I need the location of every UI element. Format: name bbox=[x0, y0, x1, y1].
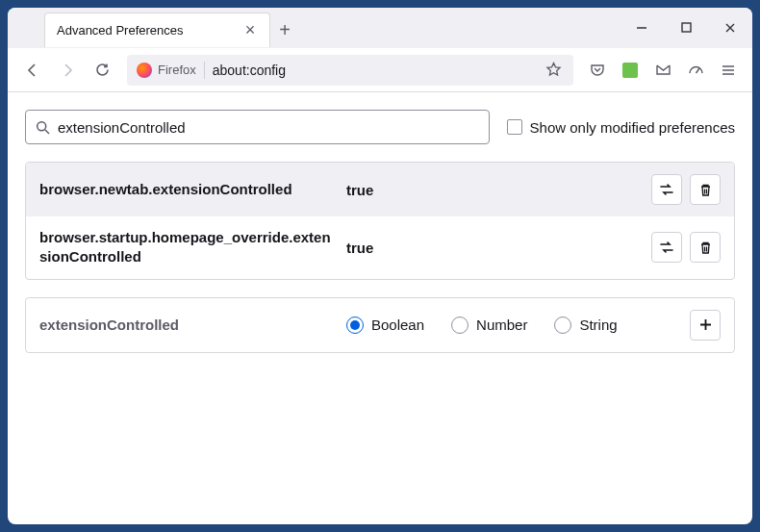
checkbox-icon bbox=[507, 119, 522, 135]
new-tab-button[interactable]: + bbox=[270, 13, 299, 47]
search-value: extensionControlled bbox=[58, 119, 186, 136]
svg-point-1 bbox=[38, 121, 46, 130]
window-close-button[interactable] bbox=[708, 8, 752, 47]
toggle-button[interactable] bbox=[651, 232, 682, 263]
browser-tab[interactable]: Advanced Preferences × bbox=[44, 13, 270, 47]
identity-label: Firefox bbox=[158, 63, 196, 77]
delete-button[interactable] bbox=[690, 232, 721, 263]
titlebar: Advanced Preferences × + bbox=[8, 8, 752, 48]
dashboard-icon[interactable] bbox=[681, 56, 710, 85]
tab-title: Advanced Preferences bbox=[57, 23, 242, 38]
delete-button[interactable] bbox=[690, 174, 721, 205]
radio-label: Boolean bbox=[371, 317, 424, 333]
menu-button[interactable] bbox=[714, 56, 743, 85]
window-maximize-button[interactable] bbox=[664, 8, 708, 47]
radio-icon bbox=[451, 317, 469, 334]
forward-button[interactable] bbox=[52, 55, 83, 86]
extension-icon[interactable] bbox=[616, 56, 645, 85]
radio-icon bbox=[346, 317, 364, 334]
reload-button[interactable] bbox=[87, 55, 117, 86]
new-pref-name: extensionControlled bbox=[39, 317, 333, 333]
search-icon bbox=[36, 120, 50, 135]
pocket-icon[interactable] bbox=[583, 56, 612, 85]
new-pref-row: extensionControlled Boolean Number Strin… bbox=[25, 297, 735, 353]
add-pref-button[interactable] bbox=[690, 310, 721, 341]
navigation-toolbar: Firefox about:config bbox=[8, 48, 752, 92]
config-content: extensionControlled Show only modified p… bbox=[8, 92, 752, 524]
type-radio-boolean[interactable]: Boolean bbox=[346, 317, 424, 334]
toggle-button[interactable] bbox=[651, 174, 682, 205]
radio-icon bbox=[554, 317, 571, 334]
back-button[interactable] bbox=[17, 55, 48, 86]
type-radio-string[interactable]: String bbox=[554, 317, 617, 334]
pref-value: true bbox=[346, 182, 638, 198]
pref-row: browser.newtab.extensionControlled true bbox=[26, 163, 734, 216]
inbox-icon[interactable] bbox=[648, 56, 677, 85]
pref-row: browser.startup.homepage_override.extens… bbox=[26, 216, 734, 279]
address-bar[interactable]: Firefox about:config bbox=[127, 55, 573, 86]
tab-close-icon[interactable]: × bbox=[242, 23, 258, 38]
radio-label: Number bbox=[476, 317, 527, 333]
url-text: about:config bbox=[213, 63, 541, 78]
pref-search-input[interactable]: extensionControlled bbox=[25, 110, 490, 144]
site-identity[interactable]: Firefox bbox=[135, 63, 204, 78]
checkbox-label: Show only modified preferences bbox=[530, 119, 735, 136]
pref-name: browser.newtab.extensionControlled bbox=[39, 180, 333, 199]
pref-name: browser.startup.homepage_override.extens… bbox=[39, 228, 333, 267]
firefox-logo-icon bbox=[137, 63, 152, 78]
radio-label: String bbox=[579, 317, 617, 333]
show-modified-checkbox[interactable]: Show only modified preferences bbox=[507, 119, 735, 136]
type-radio-number[interactable]: Number bbox=[451, 317, 527, 334]
window-minimize-button[interactable] bbox=[620, 8, 664, 47]
svg-rect-0 bbox=[682, 23, 691, 32]
bookmark-star-icon[interactable] bbox=[541, 62, 566, 78]
pref-value: true bbox=[346, 240, 638, 256]
